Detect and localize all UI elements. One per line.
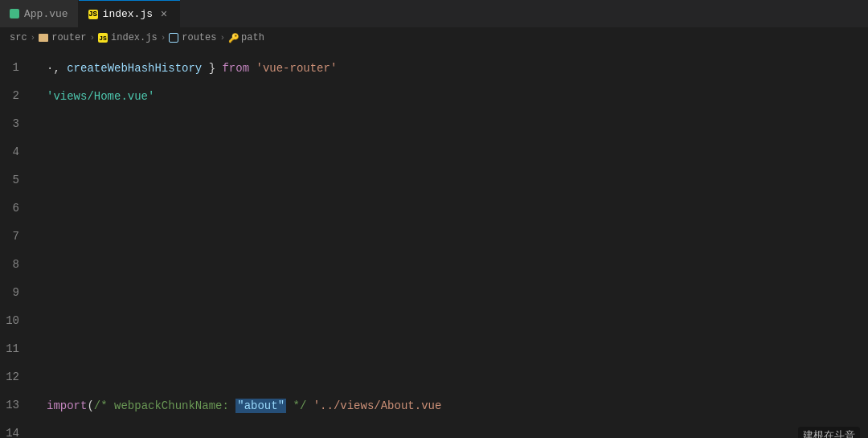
line-num-2: 2 <box>0 82 27 110</box>
folder-icon <box>39 34 48 42</box>
code-line-14 <box>40 420 868 438</box>
line-num-12: 12 <box>0 363 27 391</box>
breadcrumb-sep-2: › <box>89 33 95 43</box>
tab-app-vue[interactable]: App.vue <box>0 0 79 27</box>
line-num-4: 4 <box>0 138 27 166</box>
js-breadcrumb-icon: JS <box>98 33 108 43</box>
code-line-8 <box>40 251 868 279</box>
vue-icon <box>10 9 19 18</box>
tab-app-vue-label: App.vue <box>24 8 68 20</box>
breadcrumb-path-label: path <box>241 32 264 43</box>
breadcrumb-sep-3: › <box>161 33 166 43</box>
line-num-7: 7 <box>0 223 27 251</box>
code-line-12 <box>40 363 868 391</box>
token-space <box>249 62 256 75</box>
token-comment-end: */ <box>286 399 306 412</box>
code-line-1: ·, createWebHashHistory } from 'vue-rout… <box>40 54 868 82</box>
tab-close-button[interactable]: × <box>158 8 170 21</box>
breadcrumb-sep-4: › <box>219 33 225 43</box>
editor-wrapper: 1 2 3 4 5 6 7 8 9 10 11 12 13 14 ·, crea… <box>0 47 868 438</box>
token-comment: /* webpackChunkName: <box>94 399 235 412</box>
token-paren-open: ( <box>87 399 93 412</box>
token-about-highlight: "about" <box>235 399 286 413</box>
code-line-3 <box>40 110 868 138</box>
line-numbers: 1 2 3 4 5 6 7 8 9 10 11 12 13 14 <box>0 47 40 438</box>
breadcrumb-routes: routes <box>169 32 216 43</box>
js-icon: JS <box>88 10 98 19</box>
line-num-14: 14 <box>0 420 27 438</box>
breadcrumb-src: src <box>10 32 27 43</box>
breadcrumb-sep-1: › <box>31 33 36 43</box>
token-createWebHashHistory: createWebHashHistory <box>67 62 202 75</box>
code-line-5 <box>40 166 868 194</box>
code-line-6 <box>40 194 868 223</box>
line-num-13: 13 <box>0 391 27 420</box>
line-num-10: 10 <box>0 307 27 335</box>
path-icon: 🔑 <box>228 33 238 43</box>
code-line-13: import(/* webpackChunkName: "about" */ '… <box>40 391 868 420</box>
code-area[interactable]: 1 2 3 4 5 6 7 8 9 10 11 12 13 14 ·, crea… <box>0 47 868 438</box>
code-line-9 <box>40 279 868 307</box>
token-vue-router: 'vue-router' <box>256 62 337 75</box>
code-content[interactable]: ·, createWebHashHistory } from 'vue-rout… <box>40 47 868 438</box>
line-num-5: 5 <box>0 166 27 194</box>
code-line-10 <box>40 307 868 335</box>
breadcrumb-index-js: JS index.js <box>98 32 158 43</box>
token-import: import <box>47 399 87 412</box>
token-about-string: "about" <box>235 399 286 412</box>
token-from: from <box>222 62 249 75</box>
tab-bar: App.vue JS index.js × <box>0 0 868 28</box>
breadcrumb-router: router <box>39 32 86 43</box>
breadcrumb-indexjs-label: index.js <box>111 32 158 43</box>
code-line-11 <box>40 335 868 363</box>
line-num-3: 3 <box>0 110 27 138</box>
line-num-11: 11 <box>0 335 27 363</box>
breadcrumb-router-label: router <box>51 32 86 43</box>
line-num-1: 1 <box>0 54 27 82</box>
routes-icon <box>169 33 178 43</box>
token-ellipsis: ·, <box>47 62 67 75</box>
code-line-2: 'views/Home.vue' <box>40 82 868 110</box>
breadcrumb-routes-label: routes <box>182 32 216 43</box>
token-space2 <box>306 399 313 412</box>
line-num-6: 6 <box>0 194 27 223</box>
token-views-about: '../views/About.vue <box>313 399 442 412</box>
token-brace: } <box>202 62 222 75</box>
breadcrumb: src › router › JS index.js › routes › 🔑 … <box>0 28 868 47</box>
breadcrumb-path: 🔑 path <box>228 32 264 43</box>
code-line-7 <box>40 223 868 251</box>
line-num-9: 9 <box>0 279 27 307</box>
code-line-4 <box>40 138 868 166</box>
tab-index-js[interactable]: JS index.js × <box>79 0 180 27</box>
breadcrumb-src-label: src <box>10 32 27 43</box>
line-num-8: 8 <box>0 251 27 279</box>
tab-index-js-label: index.js <box>103 8 153 20</box>
token-views-home: 'views/Home.vue' <box>47 90 154 103</box>
editor-container: App.vue JS index.js × src › router › JS … <box>0 0 868 438</box>
